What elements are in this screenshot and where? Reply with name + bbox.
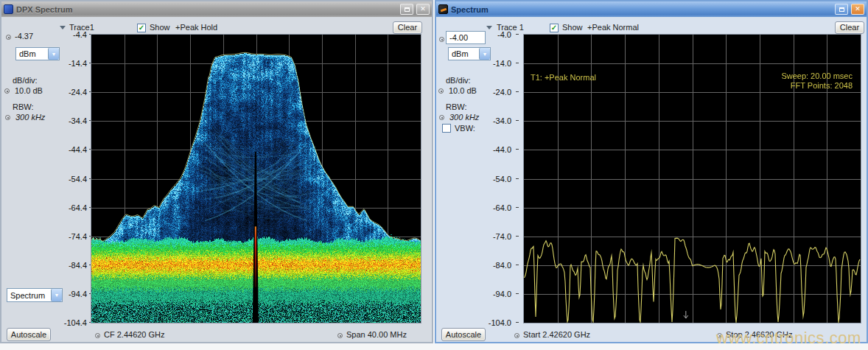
db-div-knob-icon[interactable]: [438, 88, 444, 94]
cf-knob-icon[interactable]: [95, 333, 100, 338]
y-axis-tick: [516, 207, 519, 208]
y-axis-label: -44.4: [43, 145, 87, 154]
vbw-checkbox[interactable]: ✓: [442, 124, 451, 133]
close-button[interactable]: ✕: [851, 4, 864, 15]
show-checkbox[interactable]: ✓: [550, 24, 559, 32]
y-axis-label: -84.0: [467, 261, 511, 270]
db-div-value[interactable]: 10.0 dB: [15, 86, 43, 95]
y-axis-label: -54.4: [43, 175, 87, 183]
app-icon-spectrum: [438, 4, 448, 14]
db-div-label: dB/div:: [446, 76, 471, 85]
show-checkbox[interactable]: ✓: [137, 24, 146, 32]
close-button[interactable]: ✕: [416, 4, 430, 15]
watermark: www.cntronics.com: [716, 329, 861, 348]
restore-button[interactable]: [835, 4, 848, 15]
window-title: Spectrum: [451, 5, 832, 14]
y-axis-label: -74.4: [43, 232, 87, 241]
window-spectrum: Spectrum ✕ Trace 1 ✓ Show +Peak Normal C…: [435, 0, 868, 343]
span-label[interactable]: Span 40.00 MHz: [346, 330, 407, 339]
y-axis-tick: [516, 265, 519, 265]
ref-level-knob-icon[interactable]: [6, 35, 11, 40]
trace-expander-icon[interactable]: [60, 26, 66, 29]
combo-arrow-icon[interactable]: ▼: [479, 48, 490, 60]
combo-arrow-icon[interactable]: ▼: [48, 48, 59, 60]
autoscale-button[interactable]: Autoscale: [441, 328, 486, 341]
y-axis-label: -104.4: [43, 318, 87, 327]
trace-annotation: T1: +Peak Normal: [531, 73, 596, 82]
y-axis-tick: [516, 120, 519, 121]
dpx-spectrum-chart[interactable]: [91, 34, 421, 323]
trace-expander-icon[interactable]: [486, 26, 492, 29]
y-axis-label: -94.0: [467, 290, 511, 298]
window-title: DPX Spectrum: [16, 5, 397, 14]
y-axis-label: -64.0: [467, 203, 511, 212]
rbw-knob-icon[interactable]: [5, 115, 10, 120]
y-axis-tick: [516, 91, 519, 92]
show-label: Show: [562, 23, 583, 32]
start-label[interactable]: Start 2.42620 GHz: [523, 330, 590, 339]
y-axis-label: -24.0: [467, 88, 511, 97]
db-div-label: dB/div:: [13, 76, 38, 85]
sweep-annotation: Sweep: 20.00 msec: [727, 71, 853, 80]
y-axis-tick: [516, 236, 519, 237]
y-axis-label: -64.4: [43, 203, 87, 212]
ref-level-knob-icon[interactable]: [439, 37, 444, 42]
show-label: Show: [150, 23, 170, 32]
y-axis-label: -14.4: [43, 59, 87, 68]
rbw-label: RBW:: [446, 102, 467, 111]
clear-button[interactable]: Clear: [393, 21, 422, 34]
y-axis-label: -84.4: [43, 261, 87, 270]
y-axis-tick: [516, 178, 519, 179]
ref-level-value[interactable]: -4.37: [15, 32, 33, 41]
clear-button[interactable]: Clear: [835, 21, 864, 34]
start-knob-icon[interactable]: [514, 333, 519, 338]
rbw-label: RBW:: [13, 102, 34, 111]
db-div-knob-icon[interactable]: [4, 88, 10, 94]
rbw-knob-icon[interactable]: [439, 115, 444, 120]
span-knob-icon[interactable]: [337, 333, 343, 338]
titlebar-dpx[interactable]: DPX Spectrum ✕: [1, 1, 432, 17]
y-axis-label: -54.0: [467, 175, 511, 183]
cf-label[interactable]: CF 2.44620 GHz: [104, 330, 165, 339]
y-axis-label: -74.0: [467, 232, 511, 241]
app-icon-dpx: [4, 4, 13, 14]
y-axis-label: -44.0: [467, 145, 511, 154]
y-axis-label: -24.4: [43, 88, 87, 97]
y-axis-label: -94.4: [43, 290, 87, 298]
detector-label[interactable]: +Peak Normal: [587, 23, 639, 32]
y-axis-label: -34.4: [43, 116, 87, 125]
titlebar-spectrum[interactable]: Spectrum ✕: [436, 1, 867, 17]
fft-annotation: FFT Points: 2048: [727, 81, 853, 90]
autoscale-button[interactable]: Autoscale: [7, 328, 51, 341]
y-axis-tick: [516, 63, 519, 63]
y-axis-tick: [516, 34, 519, 35]
detector-label[interactable]: +Peak Hold: [175, 23, 217, 32]
window-dpx-spectrum: DPX Spectrum ✕ Trace1 ✓ Show +Peak Hold …: [0, 0, 433, 343]
y-axis-tick: [516, 322, 519, 323]
y-axis-tick: [516, 149, 519, 150]
y-axis-label: -14.0: [467, 59, 511, 68]
y-axis-label: -104.0: [467, 318, 511, 327]
y-axis-label: -34.0: [467, 116, 511, 125]
y-axis-tick: [516, 293, 519, 294]
y-axis-label: -4.4: [43, 30, 87, 39]
restore-button[interactable]: [400, 4, 413, 15]
rbw-value[interactable]: 300 kHz: [15, 113, 45, 122]
y-axis-label: -4.0: [467, 30, 511, 39]
